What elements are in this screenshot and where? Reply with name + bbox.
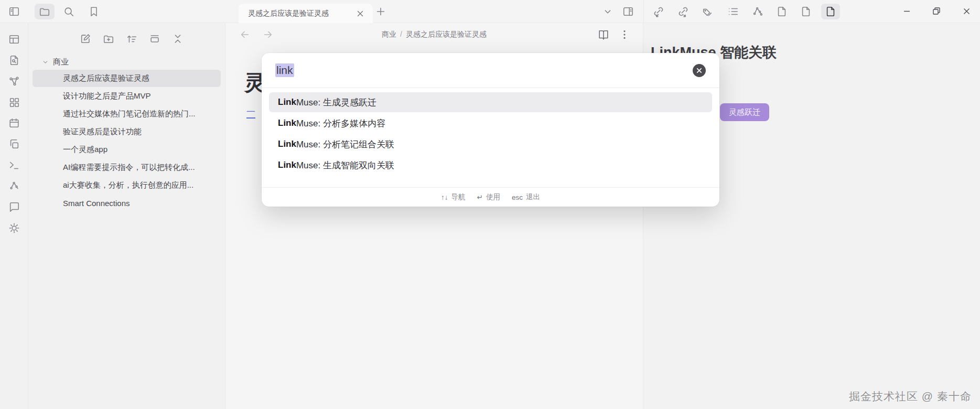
palette-clear-button[interactable] bbox=[693, 64, 706, 77]
file-icon bbox=[825, 6, 836, 17]
palette-result-item[interactable]: LinkMuse: 分析笔记组合关联 bbox=[269, 134, 712, 154]
breadcrumb-separator: / bbox=[400, 30, 402, 38]
file-icon bbox=[800, 6, 812, 17]
ribbon-smart-connections-button[interactable] bbox=[6, 180, 22, 192]
panel-right-icon bbox=[622, 6, 634, 17]
result-match-text: Link bbox=[278, 97, 296, 107]
sort-order-button[interactable] bbox=[125, 33, 138, 45]
graph-fork-icon bbox=[8, 76, 20, 87]
ribbon-terminal-button[interactable] bbox=[6, 159, 22, 171]
folder-item[interactable]: 商业 bbox=[28, 55, 225, 69]
palette-search-input[interactable]: link bbox=[275, 63, 294, 77]
file-view-button-active[interactable] bbox=[821, 4, 840, 19]
app-window: 灵感之后应该是验证灵感 bbox=[0, 0, 980, 409]
file-label: AI编程需要提示指令，可以把转化成... bbox=[63, 163, 195, 173]
file-label: 一个灵感app bbox=[63, 145, 107, 155]
new-note-icon bbox=[80, 33, 91, 45]
ribbon-layout-button[interactable] bbox=[6, 34, 22, 45]
window-restore-button[interactable] bbox=[928, 2, 945, 20]
more-options-button[interactable] bbox=[617, 27, 632, 42]
esc-key: esc bbox=[512, 193, 523, 201]
new-folder-button[interactable] bbox=[102, 33, 115, 45]
toggle-left-sidebar-button[interactable] bbox=[6, 4, 22, 19]
bookmarks-tab-button[interactable] bbox=[86, 4, 102, 19]
calendar-icon bbox=[8, 117, 20, 129]
file-tree: 商业 灵感之后应该是验证灵感 设计功能之后是产品MVP 通过社交媒体热门笔记创造… bbox=[28, 55, 225, 212]
settings-gear-icon bbox=[8, 222, 20, 234]
smart-connections-view-button[interactable] bbox=[750, 4, 766, 19]
list-icon bbox=[727, 6, 739, 17]
breadcrumb-folder[interactable]: 商业 bbox=[382, 30, 396, 38]
ribbon-copy-button[interactable] bbox=[6, 138, 22, 150]
file-tree-item[interactable]: 通过社交媒体热门笔记创造新的热门... bbox=[33, 105, 221, 123]
plus-icon bbox=[375, 6, 386, 17]
reading-view-button[interactable] bbox=[596, 27, 611, 42]
ribbon-settings-button[interactable] bbox=[6, 222, 22, 234]
stack-panel-icon bbox=[149, 33, 160, 45]
palette-result-item[interactable]: LinkMuse: 分析多媒体内容 bbox=[269, 113, 712, 133]
note-tab[interactable]: 灵感之后应该是验证灵感 bbox=[239, 4, 373, 23]
inspiration-jump-button[interactable]: 灵感跃迁 bbox=[720, 103, 769, 121]
panel-layout-icon bbox=[8, 34, 20, 45]
tags-view-button[interactable] bbox=[700, 4, 716, 19]
new-note-button[interactable] bbox=[79, 33, 92, 45]
file-tree-item[interactable]: Smart Connections bbox=[33, 195, 221, 212]
file-tree-item[interactable]: AI编程需要提示指令，可以把转化成... bbox=[33, 159, 221, 176]
breadcrumb-note[interactable]: 灵感之后应该是验证灵感 bbox=[406, 30, 487, 38]
toggle-right-sidebar-button[interactable] bbox=[620, 4, 636, 19]
result-text: Muse: 生成灵感跃迁 bbox=[296, 96, 376, 109]
arrows-key: ↑↓ bbox=[441, 193, 448, 201]
file-label: 灵感之后应该是验证灵感 bbox=[63, 73, 149, 83]
search-tab-button[interactable] bbox=[61, 4, 77, 19]
ribbon-graph-button[interactable] bbox=[6, 76, 22, 87]
tab-close-button[interactable] bbox=[354, 7, 367, 20]
file-tree-item[interactable]: 灵感之后应该是验证灵感 bbox=[33, 70, 221, 87]
window-close-button[interactable] bbox=[957, 2, 975, 20]
panel-left-icon bbox=[8, 6, 20, 17]
palette-result-item[interactable]: LinkMuse: 生成灵感跃迁 bbox=[269, 92, 712, 112]
folder-icon bbox=[39, 6, 50, 17]
file-view-button-1[interactable] bbox=[774, 4, 790, 19]
navigate-back-button[interactable] bbox=[237, 27, 253, 42]
navigate-forward-button[interactable] bbox=[260, 27, 276, 42]
file-tree-item[interactable]: ai大赛收集，分析，执行创意的应用... bbox=[33, 177, 221, 194]
command-palette-modal: link LinkMuse: 生成灵感跃迁 LinkMuse: 分析多媒体内容 … bbox=[262, 53, 719, 207]
minimize-icon bbox=[903, 7, 911, 15]
chevron-down-icon bbox=[602, 6, 613, 17]
chevrons-collapse-icon bbox=[172, 33, 184, 45]
title-bar: 灵感之后应该是验证灵感 bbox=[0, 0, 980, 23]
palette-result-item[interactable]: LinkMuse: 生成智能双向关联 bbox=[269, 155, 712, 175]
file-explorer-pane: 商业 灵感之后应该是验证灵感 设计功能之后是产品MVP 通过社交媒体热门笔记创造… bbox=[28, 23, 225, 409]
ribbon-comments-button[interactable] bbox=[6, 201, 22, 213]
scatter-graph-icon bbox=[752, 6, 763, 17]
palette-input-row[interactable]: link bbox=[262, 53, 719, 88]
window-minimize-button[interactable] bbox=[898, 2, 916, 20]
result-text: Muse: 分析笔记组合关联 bbox=[296, 138, 394, 150]
outline-view-button[interactable] bbox=[725, 4, 741, 19]
collapse-all-button[interactable] bbox=[171, 33, 185, 45]
result-match-text: Link bbox=[278, 160, 296, 170]
ribbon-calendar-button[interactable] bbox=[6, 117, 22, 129]
file-tree-item[interactable]: 设计功能之后是产品MVP bbox=[33, 88, 221, 105]
tags-icon bbox=[702, 6, 714, 17]
file-view-button-2[interactable] bbox=[798, 4, 814, 19]
ribbon-dashboard-button[interactable] bbox=[6, 96, 22, 108]
file-tree-item[interactable]: 一个灵感app bbox=[33, 141, 221, 158]
backlinks-view-button[interactable] bbox=[651, 4, 666, 19]
file-search-icon bbox=[8, 55, 20, 66]
breadcrumb: 商业/灵感之后应该是验证灵感 bbox=[225, 30, 643, 39]
sort-ascending-icon bbox=[126, 33, 137, 45]
ribbon-file-search-button[interactable] bbox=[6, 55, 22, 66]
file-label: Smart Connections bbox=[63, 199, 130, 208]
left-ribbon bbox=[0, 23, 28, 409]
note-internal-link[interactable]: 一 bbox=[246, 107, 255, 119]
tab-list-dropdown-button[interactable] bbox=[600, 4, 616, 19]
enter-key: ↵ bbox=[477, 193, 483, 201]
outgoing-links-view-button[interactable] bbox=[675, 4, 691, 19]
arrow-right-icon bbox=[262, 29, 274, 40]
change-layout-button[interactable] bbox=[148, 33, 161, 45]
files-tab-button[interactable] bbox=[35, 4, 55, 19]
tab-title: 灵感之后应该是验证灵感 bbox=[248, 9, 354, 18]
file-tree-item[interactable]: 验证灵感后是设计功能 bbox=[33, 123, 221, 141]
new-tab-button[interactable] bbox=[373, 5, 388, 18]
